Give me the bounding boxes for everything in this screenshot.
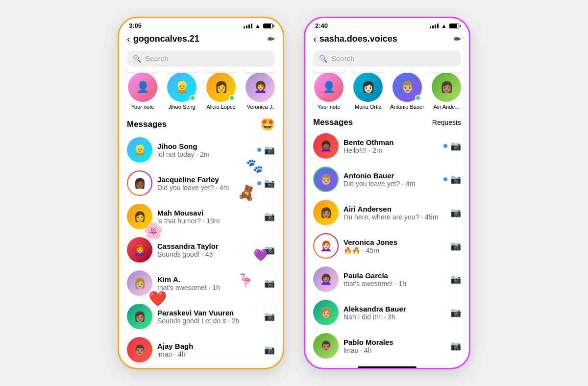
- msg-name-paula: Paula García: [343, 271, 445, 280]
- msg-right-jacqueline: 📷: [257, 178, 275, 189]
- msg-preview-mah: is that humor? · 10m: [157, 217, 259, 225]
- camera-icon-jacqueline[interactable]: 📷: [264, 178, 275, 189]
- msg-preview-bente: Hello!!!! · 2m: [343, 146, 439, 154]
- msg-bente[interactable]: 👩🏾‍🦱 Bente Othman Hello!!!! · 2m 📷: [305, 129, 469, 163]
- note-item-your-note-r[interactable]: Can we talk about HoD finale 🌿 👤 Your no…: [311, 72, 346, 110]
- heart-eyes-icon: 🤩: [260, 118, 275, 131]
- msg-preview-jihoo: lol not today · 2m: [157, 150, 252, 158]
- camera-icon-bente[interactable]: 📷: [450, 141, 461, 151]
- note-item-alicia[interactable]: 🎵 Flowers Miley Cyrus 👩 Alicia López: [203, 72, 239, 110]
- msg-pablo[interactable]: 👨🏽 Pablo Morales lmao · 4h 📷: [305, 329, 469, 362]
- msg-aleksandra[interactable]: 👩🏼 Aleksandra Bauer Nah I did it!!! · 3h…: [305, 296, 469, 329]
- msg-name-jacqueline: Jacqueline Farley: [157, 175, 252, 184]
- note-avatar-wrapper: Happy Valentine's Day! 👤: [128, 72, 157, 102]
- camera-icon-paraskevi[interactable]: 📷: [264, 311, 275, 322]
- msg-avatar-bente: 👩🏾‍🦱: [313, 133, 339, 159]
- requests-link[interactable]: Requests: [432, 119, 461, 126]
- unread-dot-jihoo: [257, 148, 261, 152]
- msg-cassandra[interactable]: 👩‍🦰 Cassandra Taylor Sounds good! · 45 📷: [119, 233, 283, 266]
- msg-avatar-airi-r: 👩🏽: [313, 200, 339, 225]
- msg-preview-kim: that's awesome! · 1h: [157, 284, 259, 291]
- msg-preview-paula: that's awesome! · 1h: [343, 280, 445, 288]
- note-bubble-veronica: Who is going weekend?!: [243, 71, 277, 73]
- msg-preview-veronica-r: 🔥🔥 · 45m: [343, 246, 445, 254]
- msg-avatar-mah: 👩: [127, 204, 152, 229]
- back-button-left[interactable]: ‹: [127, 33, 130, 45]
- msg-jacqueline[interactable]: 👩🏾 Jacqueline Farley Did you leave yet? …: [119, 167, 283, 200]
- note-item-maria[interactable]: Happy Valentine's Day 👩🏻 Maria Ortiz: [350, 72, 386, 110]
- msg-jihoo-song[interactable]: 👱 Jihoo Song lol not today · 2m 📷: [119, 133, 283, 167]
- msg-name-paraskevi: Paraskevi Van Vuuren: [157, 309, 259, 317]
- note-name-veronica: Veronica J.: [247, 104, 273, 110]
- msg-content-aleksandra: Aleksandra Bauer Nah I did it!!! · 3h: [343, 305, 445, 321]
- note-avatar-wrapper-alicia: 🎵 Flowers Miley Cyrus 👩: [206, 72, 236, 102]
- edit-button-left[interactable]: ✏: [268, 34, 275, 45]
- note-item-your-note[interactable]: Happy Valentine's Day! 👤 Your note: [125, 72, 160, 110]
- msg-content-jacqueline: Jacqueline Farley Did you leave yet? · 4…: [157, 175, 252, 192]
- camera-icon-airi-r[interactable]: 📷: [450, 207, 461, 218]
- msg-avatar-aleksandra: 👩🏼: [313, 300, 339, 325]
- note-item-airi[interactable]: Anyone leads BM tickets?! 👩🏽 Airi Ande..…: [429, 72, 464, 110]
- note-avatar-wrapper-antonio: 💕 👨🏼: [392, 72, 422, 102]
- time-left: 3:05: [129, 22, 142, 29]
- phone-left: 🐾 🧸 🌸 💜 🦩 ❤️ 3:05 ▲: [118, 17, 284, 369]
- msg-ajay[interactable]: 👨🏽 Ajay Bagh lmao · 4h 📷: [119, 333, 283, 366]
- phone-right: 2:40 ▲ ‹ sasha.does.voices ✏: [304, 17, 470, 369]
- msg-content-jihoo: Jihoo Song lol not today · 2m: [157, 142, 252, 158]
- note-name-your-r: Your note: [318, 104, 341, 110]
- edit-button-right[interactable]: ✏: [454, 34, 461, 45]
- search-bar-left[interactable]: 🔍 Search: [127, 50, 275, 67]
- camera-icon-jihoo[interactable]: 📷: [264, 145, 275, 155]
- note-item-jihoo[interactable]: Episode 3 was 🤩 👱 Jihoo Song: [164, 72, 199, 110]
- msg-name-airi-r: Airi Andersen: [343, 205, 445, 213]
- msg-veronica-r[interactable]: 👩🏻‍🦰 Veronica Jones 🔥🔥 · 45m 📷: [305, 229, 469, 263]
- camera-icon-cassandra[interactable]: 📷: [264, 244, 275, 255]
- msg-content-ajay: Ajay Bagh lmao · 4h: [157, 342, 259, 358]
- msg-content-antonio-r: Antonio Bauer Did you leave yet? · 4m: [343, 171, 439, 188]
- search-bar-right[interactable]: 🔍 Search: [313, 50, 461, 67]
- camera-icon-kim[interactable]: 📷: [264, 278, 275, 289]
- msg-name-bente: Bente Othman: [343, 138, 439, 146]
- wifi-icon: ▲: [255, 23, 261, 29]
- header-right-content: ‹ sasha.does.voices: [313, 33, 397, 45]
- messages-header-right: Messages Requests: [305, 114, 469, 129]
- note-avatar-wrapper-airi: Anyone leads BM tickets?! 👩🏽: [432, 72, 461, 102]
- camera-icon-pablo[interactable]: 📷: [450, 340, 461, 351]
- camera-icon-veronica-r[interactable]: 📷: [450, 241, 461, 251]
- note-avatar-your-r: 👤: [314, 72, 343, 102]
- status-bar-right: 2:40 ▲: [305, 18, 469, 31]
- msg-kim[interactable]: 👩🏼 Kim A. that's awesome! · 1h 📷: [119, 266, 283, 300]
- msg-preview-paraskevi: Sounds good! Let do it · 2h: [157, 317, 259, 325]
- note-item-antonio[interactable]: 💕 👨🏼 Antonio Bauer: [390, 72, 425, 110]
- msg-paula[interactable]: 👩🏽‍🦱 Paula García that's awesome! · 1h 📷: [305, 263, 469, 296]
- camera-icon-antonio-r[interactable]: 📷: [450, 174, 461, 185]
- notes-row-left: Happy Valentine's Day! 👤 Your note Episo…: [119, 71, 283, 114]
- msg-mah[interactable]: 👩 Mah Mousavi is that humor? · 10m 📷: [119, 200, 283, 233]
- msg-name-ajay: Ajay Bagh: [157, 342, 259, 350]
- back-button-right[interactable]: ‹: [313, 33, 317, 45]
- note-name-jihoo: Jihoo Song: [168, 104, 195, 110]
- status-icons-right: ▲: [430, 23, 459, 29]
- note-item-veronica[interactable]: Who is going weekend?! 👩‍🦱 Veronica J.: [243, 72, 278, 110]
- camera-icon-aleksandra[interactable]: 📷: [450, 307, 461, 318]
- msg-content-paula: Paula García that's awesome! · 1h: [343, 271, 445, 288]
- note-avatar-wrapper-veronica: Who is going weekend?! 👩‍🦱: [245, 72, 275, 102]
- search-placeholder-right: Search: [331, 54, 355, 63]
- msg-right-antonio-r: 📷: [443, 174, 461, 185]
- camera-icon-mah[interactable]: 📷: [264, 211, 275, 222]
- camera-icon-paula[interactable]: 📷: [450, 274, 461, 285]
- msg-name-antonio-r: Antonio Bauer: [343, 171, 439, 180]
- camera-icon-ajay[interactable]: 📷: [264, 344, 275, 355]
- msg-avatar-pablo: 👨🏽: [313, 333, 339, 359]
- msg-avatar-veronica-r: 👩🏻‍🦰: [313, 233, 339, 259]
- msg-paraskevi[interactable]: 👩🏽 Paraskevi Van Vuuren Sounds good! Let…: [119, 300, 283, 333]
- note-bubble-jihoo: Episode 3 was 🤩: [165, 71, 199, 73]
- msg-antonio-r[interactable]: 👨🏼 Antonio Bauer Did you leave yet? · 4m…: [305, 163, 469, 196]
- msg-avatar-paraskevi: 👩🏽: [127, 304, 152, 329]
- msg-right-ajay: 📷: [264, 344, 275, 355]
- msg-airi-r[interactable]: 👩🏽 Airi Andersen I'm here, where are you…: [305, 196, 469, 229]
- note-name-airi: Airi Ande...: [433, 104, 459, 110]
- note-avatar-veronica: 👩‍🦱: [245, 72, 275, 102]
- note-avatar-wrapper-jihoo: Episode 3 was 🤩 👱: [167, 72, 196, 102]
- msg-content-airi-r: Airi Andersen I'm here, where are you? ·…: [343, 205, 445, 221]
